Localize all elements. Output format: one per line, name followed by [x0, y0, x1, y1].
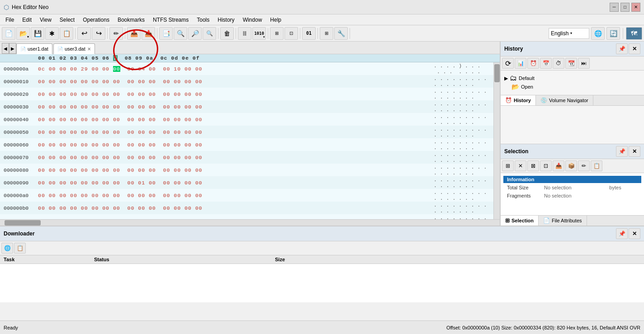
close-button[interactable]: ✕	[631, 3, 640, 12]
map-button[interactable]: 🗺	[626, 27, 642, 40]
downloader-panel: Downloader 📌 ✕ 🌐 📋 Task Status Size	[0, 226, 644, 302]
downloader-header: Downloader 📌 ✕	[0, 226, 644, 241]
status-bar: Ready Offset: 0x0000000a (10) Size: 0x00…	[0, 320, 644, 334]
fragments-value: No selection	[540, 192, 605, 199]
history-btn-2[interactable]: 📊	[515, 58, 526, 69]
import-button[interactable]: 📥	[142, 27, 155, 40]
sel-btn-2[interactable]: ✕	[515, 160, 526, 171]
delete-button[interactable]: 🗑	[220, 27, 234, 40]
menu-window[interactable]: Window	[239, 16, 266, 24]
tab-file-attributes[interactable]: 📄 File Attributes	[539, 216, 587, 226]
hex-header-offset	[0, 55, 36, 61]
total-size-row: Total Size No selection bytes	[503, 184, 641, 191]
history-btn-4[interactable]: 📅	[540, 58, 552, 69]
tab-prev-button[interactable]: ◀	[2, 43, 9, 54]
chart-button[interactable]: |||	[238, 27, 251, 40]
redo-button[interactable]: ↪	[92, 27, 105, 40]
history-item-label: Open	[521, 84, 533, 89]
maximize-button[interactable]: □	[620, 3, 630, 12]
tab-volume-navigator[interactable]: 💿 Volume Navigator	[536, 95, 593, 105]
selection-content: Information Total Size No selection byte…	[501, 173, 644, 215]
menu-history[interactable]: History	[214, 16, 238, 24]
hex-row: 00000070 00 00 00 00 00 00 00 00 00 00 0…	[0, 151, 493, 164]
sel-btn-6[interactable]: 📦	[565, 160, 577, 171]
menu-file[interactable]: File	[2, 16, 18, 24]
menu-help[interactable]: Help	[266, 16, 285, 24]
tab-user3-close[interactable]: ✕	[87, 47, 91, 52]
vertical-scrollbar[interactable]	[493, 62, 500, 219]
save-special-button[interactable]: ✱	[45, 27, 59, 40]
sel-btn-1[interactable]: ⊞	[502, 160, 514, 171]
menu-select[interactable]: Select	[56, 16, 78, 24]
history-title: History	[504, 46, 523, 52]
tab-history[interactable]: ⏰ History	[501, 95, 536, 105]
hex-row: 00000020 00 00 00 00 00 00 00 00 00 00 0…	[0, 88, 493, 100]
sel-btn-8[interactable]: 📋	[591, 160, 602, 171]
history-tab-label: History	[514, 98, 531, 103]
save-all-button[interactable]: 📋	[60, 27, 73, 40]
edit-button[interactable]: ✏	[109, 27, 123, 40]
fragments-row: Fragments No selection	[503, 192, 641, 199]
checksum-button[interactable]: 01	[302, 27, 316, 40]
hex-row: 00000080 00 00 00 00 00 00 00 00 00 00 0…	[0, 164, 493, 176]
tab-next-button[interactable]: ▶	[9, 43, 16, 54]
save-button[interactable]: 💾	[31, 27, 44, 40]
zoom-out-button[interactable]: 🔍	[203, 27, 216, 40]
menu-ntfs[interactable]: NTFS Streams	[149, 16, 192, 24]
selection-footer-tabs: ⊞ Selection 📄 File Attributes	[501, 215, 644, 226]
history-btn-7[interactable]: ⏭	[578, 58, 590, 69]
sync-button[interactable]: ⊡	[284, 27, 298, 40]
search-button[interactable]: 🔍	[174, 27, 187, 40]
scroll-thumb[interactable]	[494, 64, 500, 82]
downloader-btn-2[interactable]: 📋	[14, 243, 26, 254]
minimize-button[interactable]: ─	[610, 3, 619, 12]
history-btn-1[interactable]: ⟳	[502, 58, 514, 69]
history-item-open[interactable]: 📂 Open	[504, 82, 640, 91]
status-ready: Ready	[4, 325, 18, 330]
sel-btn-7[interactable]: ✏	[578, 160, 590, 171]
menu-view[interactable]: View	[36, 16, 55, 24]
history-btn-3[interactable]: ⏰	[527, 58, 539, 69]
downloader-close-button[interactable]: ✕	[629, 228, 640, 239]
menu-operations[interactable]: Operations	[79, 16, 113, 24]
open-button[interactable]: 📂▾	[16, 27, 30, 40]
h-scroll-thumb[interactable]	[5, 220, 41, 226]
horizontal-scrollbar[interactable]	[0, 219, 500, 226]
menu-tools[interactable]: Tools	[193, 16, 213, 24]
compare-button[interactable]: ⊞	[270, 27, 284, 40]
update-button[interactable]: 🔄	[606, 27, 620, 40]
new-file-button[interactable]: 📄	[2, 27, 15, 40]
undo-button[interactable]: ↩	[77, 27, 91, 40]
hex-view-button[interactable]: 1010 ▾	[252, 27, 266, 40]
selection-pin-button[interactable]: 📌	[616, 146, 628, 157]
history-close-button[interactable]: ✕	[629, 43, 640, 54]
history-group-default-label[interactable]: ▶ 🗂 Default	[504, 74, 640, 82]
highlight-button[interactable]: ⊞	[320, 27, 333, 40]
page-button[interactable]: 📑	[159, 27, 173, 40]
sel-btn-3[interactable]: ⊠	[527, 160, 539, 171]
volume-nav-tab-label: Volume Navigator	[549, 98, 588, 103]
hex-row: 0000000a 0c 00 00 00 29 00 00 00 00 04 0…	[0, 62, 493, 75]
language-dropdown[interactable]: English ▾	[549, 28, 589, 39]
title-bar-controls: ─ □ ✕	[610, 3, 640, 12]
selection-close-button[interactable]: ✕	[629, 146, 640, 157]
downloader-btn-1[interactable]: 🌐	[1, 243, 13, 254]
history-btn-5[interactable]: ⏱	[553, 58, 564, 69]
tab-selection[interactable]: ⊞ Selection	[501, 216, 539, 226]
zoom-in-button[interactable]: 🔎	[188, 27, 202, 40]
sel-btn-4[interactable]: ⊡	[540, 160, 552, 171]
history-pin-button[interactable]: 📌	[616, 43, 628, 54]
menu-bookmarks[interactable]: Bookmarks	[114, 16, 148, 24]
export-button[interactable]: 📤	[127, 27, 141, 40]
menu-edit[interactable]: Edit	[19, 16, 35, 24]
total-size-label: Total Size	[503, 184, 540, 191]
tab-user3[interactable]: 📄 user3.dat ✕	[53, 43, 95, 54]
file-attr-tab-label: File Attributes	[552, 218, 582, 223]
globe-button[interactable]: 🌐	[591, 27, 605, 40]
pattern-button[interactable]: 🔧	[334, 27, 348, 40]
tab-user1[interactable]: 📄 user1.dat	[16, 43, 52, 54]
sel-btn-5[interactable]: 📥	[553, 160, 564, 171]
history-btn-6[interactable]: 📆	[565, 58, 577, 69]
history-panel: History 📌 ✕ ⟳ 📊 ⏰ 📅 ⏱ 📆 ⏭ ▶ 🗂	[501, 42, 644, 144]
downloader-pin-button[interactable]: 📌	[616, 228, 628, 239]
